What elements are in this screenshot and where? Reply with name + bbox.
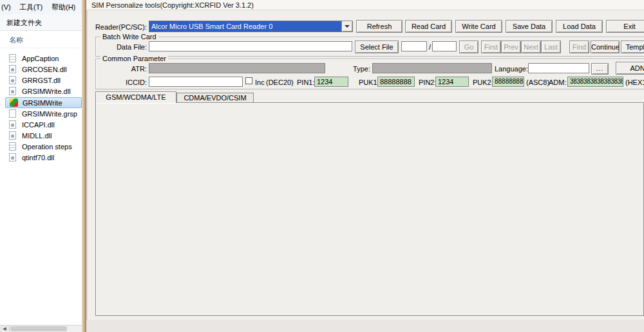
- pin2-input[interactable]: 1234: [435, 77, 469, 87]
- file-name: MIDLL.dll: [22, 132, 52, 140]
- go-button[interactable]: Go: [459, 41, 478, 53]
- file-name: qtintf70.dll: [22, 154, 54, 161]
- horizontal-scrollbar[interactable]: ◀: [0, 325, 82, 332]
- file-icon: [9, 109, 16, 118]
- language-browse-button[interactable]: ...: [591, 63, 609, 75]
- file-item-qtintf70[interactable]: qtintf70.dll: [5, 152, 82, 163]
- new-folder-button[interactable]: 新建文件夹: [6, 19, 42, 26]
- file-name: AppCaption: [22, 55, 59, 62]
- iccid-input[interactable]: [149, 77, 243, 87]
- dll-file-icon: [9, 76, 16, 84]
- type-field: [372, 63, 492, 73]
- file-item-grsimwrite-dll[interactable]: GRSIMWrite.dll: [5, 86, 82, 97]
- puk2-input[interactable]: 88888888: [492, 77, 524, 87]
- data-file-label: Data File:: [103, 43, 147, 51]
- file-name: GRRGST.dll: [22, 77, 61, 84]
- hex16-label: (HEX16): [625, 78, 644, 86]
- select-file-button[interactable]: Select File: [355, 41, 399, 53]
- dll-file-icon: [9, 131, 16, 140]
- data-file-input[interactable]: [149, 41, 352, 51]
- file-name: Operation steps: [22, 143, 72, 151]
- reader-select[interactable]: Alcor Micro USB Smart Card Reader 0: [149, 21, 353, 32]
- find-button[interactable]: Find: [569, 41, 589, 53]
- pin1-input[interactable]: 1234: [314, 77, 348, 87]
- scrollbar-thumb[interactable]: [10, 326, 67, 331]
- reader-label: Reader(PC/SC):: [90, 23, 147, 31]
- common-group-title: Common Parameter: [100, 55, 168, 63]
- menu-tools[interactable]: 工具(T): [19, 3, 43, 11]
- file-name: GRCOSEN.dll: [22, 66, 67, 73]
- dll-file-icon: [9, 153, 16, 161]
- exit-button[interactable]: Exit: [606, 20, 644, 33]
- pin2-label: PIN2:: [419, 78, 437, 86]
- dec20-label: (DEC20): [266, 78, 294, 86]
- explorer-menubar: (V) 工具(T) 帮助(H): [0, 0, 82, 14]
- screen: (V) 工具(T) 帮助(H) 新建文件夹 名称 AppCaption GRCO…: [0, 0, 644, 332]
- adn-button[interactable]: ADN: [616, 62, 644, 75]
- file-name: ICCAPI.dll: [22, 121, 55, 129]
- combo-dropdown-button[interactable]: [341, 21, 352, 32]
- dll-file-icon: [9, 65, 16, 73]
- reader-selected-value: Alcor Micro USB Smart Card Reader 0: [151, 23, 339, 30]
- language-input[interactable]: [528, 63, 589, 73]
- file-item-iccapi[interactable]: ICCAPI.dll: [5, 120, 82, 131]
- atr-label: ATR:: [121, 65, 147, 73]
- batch-group-title: Batch Write Card: [100, 33, 158, 41]
- document-icon: [9, 54, 16, 62]
- iccid-label: ICCID:: [116, 78, 147, 86]
- scroll-left-arrow-icon[interactable]: ◀: [0, 326, 10, 332]
- read-card-button[interactable]: Read Card: [405, 20, 452, 33]
- file-name: GRSIMWrite.dll: [22, 88, 71, 95]
- iccid-inc-checkbox[interactable]: [245, 77, 252, 84]
- load-data-button[interactable]: Load Data: [556, 20, 603, 33]
- file-item-grsimwrite-selected[interactable]: GRSIMWrite: [5, 97, 82, 108]
- puk1-label: PUK1:: [359, 78, 379, 86]
- first-button[interactable]: First: [481, 41, 501, 53]
- tab-gsm-wcdma-lte[interactable]: GSM/WCDMA/LTE: [95, 91, 176, 103]
- atr-field: [149, 63, 325, 73]
- puk2-label: PUK2:: [473, 78, 493, 86]
- file-name: GRSIMWrite.grsp: [22, 110, 77, 118]
- last-button[interactable]: Last: [541, 41, 561, 53]
- desktop-area: [86, 320, 644, 332]
- slash-separator: /: [429, 43, 431, 51]
- file-name: GRSIMWrite: [23, 99, 62, 107]
- asc8-label: (ASC8): [526, 78, 549, 86]
- prev-button[interactable]: Prev: [501, 41, 521, 53]
- column-separator: [0, 48, 82, 48]
- window-edge-divider: [82, 0, 86, 332]
- file-item-appcaption[interactable]: AppCaption: [5, 53, 82, 64]
- tab-cdma-evdo-csim[interactable]: CDMA/EVDO/CSIM: [176, 93, 254, 103]
- language-label: Language:: [495, 65, 528, 73]
- file-item-grrgst[interactable]: GRRGST.dll: [5, 75, 82, 86]
- record-total-input[interactable]: [432, 41, 457, 51]
- menu-view[interactable]: (V): [1, 3, 11, 11]
- save-data-button[interactable]: Save Data: [506, 20, 553, 33]
- pin1-label: PIN1:: [297, 78, 315, 86]
- iccid-inc-label: Inc: [255, 78, 265, 86]
- file-explorer-sidebar: (V) 工具(T) 帮助(H) 新建文件夹 名称 AppCaption GRCO…: [0, 0, 82, 332]
- file-item-operation-steps[interactable]: Operation steps: [5, 142, 82, 152]
- dll-file-icon: [9, 120, 16, 129]
- chevron-down-icon: [345, 25, 350, 28]
- next-button[interactable]: Next: [521, 41, 541, 53]
- template-button[interactable]: Template: [621, 41, 644, 53]
- adm-label: ADM:: [549, 78, 567, 86]
- window-title: SIM Personalize tools(Copyright:XCRFID V…: [91, 1, 254, 9]
- file-item-grsp[interactable]: GRSIMWrite.grsp: [5, 109, 82, 120]
- window-titlebar[interactable]: SIM Personalize tools(Copyright:XCRFID V…: [86, 0, 644, 10]
- continue-button[interactable]: Continue: [591, 41, 620, 53]
- menu-help[interactable]: 帮助(H): [52, 3, 75, 11]
- application-icon: [10, 98, 18, 107]
- write-card-button[interactable]: Write Card: [455, 20, 502, 33]
- type-label: Type:: [351, 65, 370, 73]
- refresh-button[interactable]: Refresh: [356, 20, 402, 33]
- record-index-input[interactable]: [401, 41, 427, 51]
- explorer-toolbar: 新建文件夹: [0, 14, 82, 31]
- puk1-input[interactable]: 88888888: [377, 77, 415, 87]
- name-column-header[interactable]: 名称: [9, 36, 23, 44]
- file-item-midll[interactable]: MIDLL.dll: [5, 131, 82, 142]
- dll-file-icon: [9, 87, 16, 95]
- adm-input[interactable]: 3838383838383838: [567, 77, 623, 87]
- file-item-grcosen[interactable]: GRCOSEN.dll: [5, 64, 82, 75]
